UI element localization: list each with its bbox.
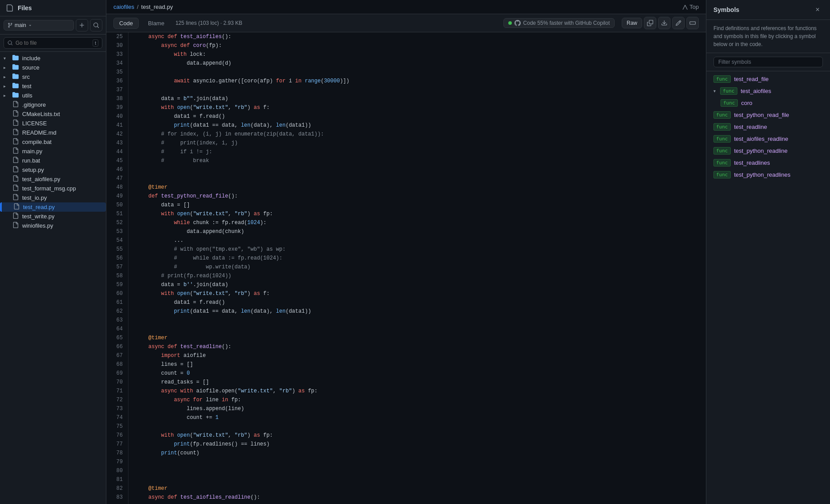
search-input-wrapper[interactable]: t bbox=[4, 37, 102, 49]
line-number: 35 bbox=[113, 68, 123, 77]
tree-item-label: source bbox=[22, 64, 102, 71]
code-line bbox=[136, 457, 699, 466]
symbol-item-test_readlines[interactable]: functest_readlines bbox=[706, 157, 830, 169]
tree-item-winiofilespy[interactable]: winiofiles.py bbox=[0, 221, 106, 230]
file-icon bbox=[12, 194, 19, 202]
tree-item-label: .gitignore bbox=[22, 101, 102, 108]
symbol-item-test_aiofiles_readline[interactable]: functest_aiofiles_readline bbox=[706, 133, 830, 145]
line-number: 77 bbox=[113, 440, 123, 449]
symbol-item-test_read_file[interactable]: functest_read_file bbox=[706, 73, 830, 85]
symbols-close-button[interactable]: × bbox=[812, 4, 823, 15]
tree-item-label: test_aiofiles.py bbox=[22, 176, 102, 182]
line-number: 75 bbox=[113, 422, 123, 431]
file-icon bbox=[12, 157, 19, 164]
line-number: 52 bbox=[113, 218, 123, 227]
symbol-kind-badge: func bbox=[721, 99, 738, 107]
breadcrumb-repo[interactable]: caiofiles bbox=[113, 4, 134, 10]
symbols-list: functest_read_file▾functest_aiofilesfunc… bbox=[706, 71, 830, 504]
tree-item-label: winiofiles.py bbox=[22, 222, 102, 229]
code-line: # break bbox=[136, 156, 699, 165]
code-line: data1 = f.read() bbox=[136, 112, 699, 121]
tree-item-src[interactable]: ▸src bbox=[0, 72, 106, 81]
tree-item-label: README.md bbox=[22, 129, 102, 136]
tree-item-runbat[interactable]: run.bat bbox=[0, 156, 106, 165]
search-box: t bbox=[0, 35, 106, 52]
line-number: 79 bbox=[113, 457, 123, 466]
code-line: @timer bbox=[136, 484, 699, 493]
tree-item-test[interactable]: ▸test bbox=[0, 81, 106, 91]
tree-item-mainpy[interactable]: main.py bbox=[0, 147, 106, 156]
tree-item-test_writepy[interactable]: test_write.py bbox=[0, 212, 106, 221]
tree-item-gitignore[interactable]: .gitignore bbox=[0, 100, 106, 109]
symbol-item-coro[interactable]: funccoro bbox=[706, 97, 830, 109]
line-number: 40 bbox=[113, 112, 123, 121]
line-number: 72 bbox=[113, 395, 123, 404]
tree-item-test_formatmsgcpp[interactable]: test_format_msg.cpp bbox=[0, 184, 106, 193]
line-numbers: 2530333435363738394041424344454647484950… bbox=[106, 32, 129, 504]
symbol-item-test_aiofiles[interactable]: ▾functest_aiofiles bbox=[706, 85, 830, 97]
line-number: 61 bbox=[113, 298, 123, 307]
add-file-button[interactable] bbox=[76, 19, 88, 31]
tree-item-cmakelists[interactable]: CMakeLists.txt bbox=[0, 109, 106, 119]
chevron-icon: ▾ bbox=[4, 56, 10, 61]
tree-item-include[interactable]: ▾include bbox=[0, 54, 106, 63]
symbol-chevron-icon: ▾ bbox=[713, 89, 716, 93]
folder-icon bbox=[12, 73, 19, 81]
folder-icon bbox=[12, 54, 19, 62]
sidebar: Files main t ▾include▸source▸src▸test▸ut… bbox=[0, 0, 106, 504]
code-line: # print(fp.read(1024)) bbox=[136, 271, 699, 280]
branch-selector[interactable]: main bbox=[4, 20, 74, 31]
symbol-item-test_python_readline[interactable]: functest_python_readline bbox=[706, 145, 830, 157]
file-icon bbox=[12, 185, 19, 192]
tree-item-compilebat[interactable]: compile.bat bbox=[0, 137, 106, 147]
symbol-kind-badge: func bbox=[713, 171, 731, 178]
line-number: 65 bbox=[113, 333, 123, 342]
line-number: 60 bbox=[113, 289, 123, 298]
code-line: await asyncio.gather([coro(afp) for i in… bbox=[136, 77, 699, 85]
code-line: with lock: bbox=[136, 50, 699, 59]
code-line: # wp.write(data) bbox=[136, 263, 699, 271]
tree-item-utils[interactable]: ▸utils bbox=[0, 91, 106, 100]
top-label: Top bbox=[690, 4, 699, 10]
code-line: data1 = f.read() bbox=[136, 298, 699, 307]
file-icon bbox=[13, 203, 20, 211]
line-number: 42 bbox=[113, 130, 123, 139]
tree-item-license[interactable]: LICENSE bbox=[0, 119, 106, 128]
symbol-item-test_python_read_file[interactable]: functest_python_read_file bbox=[706, 109, 830, 121]
symbol-name: test_python_readline bbox=[734, 147, 823, 154]
tree-item-setuppy[interactable]: setup.py bbox=[0, 165, 106, 174]
main-content: caiofiles / test_read.py Top Code Blame … bbox=[106, 0, 706, 504]
file-icon bbox=[12, 110, 19, 118]
breadcrumb-sep: / bbox=[137, 4, 139, 10]
code-line: async def test_aiofiles(): bbox=[136, 32, 699, 41]
search-input[interactable] bbox=[16, 40, 90, 46]
copilot-badge[interactable]: Code 55% faster with GitHub Copilot bbox=[503, 18, 615, 28]
tree-item-source[interactable]: ▸source bbox=[0, 63, 106, 72]
line-number: 68 bbox=[113, 360, 123, 369]
download-button[interactable] bbox=[658, 17, 670, 29]
tree-item-test_readpy[interactable]: test_read.py bbox=[0, 202, 106, 212]
tree-item-test_iopy[interactable]: test_io.py bbox=[0, 193, 106, 202]
tree-item-readme[interactable]: README.md bbox=[0, 128, 106, 137]
file-header: caiofiles / test_read.py Top bbox=[106, 0, 706, 14]
line-number: 47 bbox=[113, 174, 123, 183]
search-files-button[interactable] bbox=[90, 19, 102, 31]
symbols-search-input[interactable] bbox=[713, 57, 823, 67]
symbol-item-test_python_readlines[interactable]: functest_python_readlines bbox=[706, 169, 830, 181]
code-container[interactable]: 2530333435363738394041424344454647484950… bbox=[106, 32, 706, 504]
tree-item-label: src bbox=[22, 74, 102, 80]
sidebar-title: Files bbox=[18, 4, 32, 12]
symbol-item-test_readline[interactable]: functest_readline bbox=[706, 121, 830, 133]
edit-button[interactable] bbox=[672, 17, 685, 29]
top-button[interactable]: Top bbox=[682, 4, 699, 10]
line-number: 55 bbox=[113, 245, 123, 254]
copy-button[interactable] bbox=[644, 17, 656, 29]
line-number: 36 bbox=[113, 77, 123, 85]
file-icon bbox=[12, 138, 19, 146]
symbol-kind-badge: func bbox=[713, 123, 731, 131]
more-options-button[interactable] bbox=[686, 17, 699, 29]
tab-code[interactable]: Code bbox=[113, 18, 139, 29]
tab-blame[interactable]: Blame bbox=[142, 18, 170, 29]
tree-item-test_aiofilespy[interactable]: test_aiofiles.py bbox=[0, 174, 106, 184]
raw-button[interactable]: Raw bbox=[622, 18, 642, 28]
